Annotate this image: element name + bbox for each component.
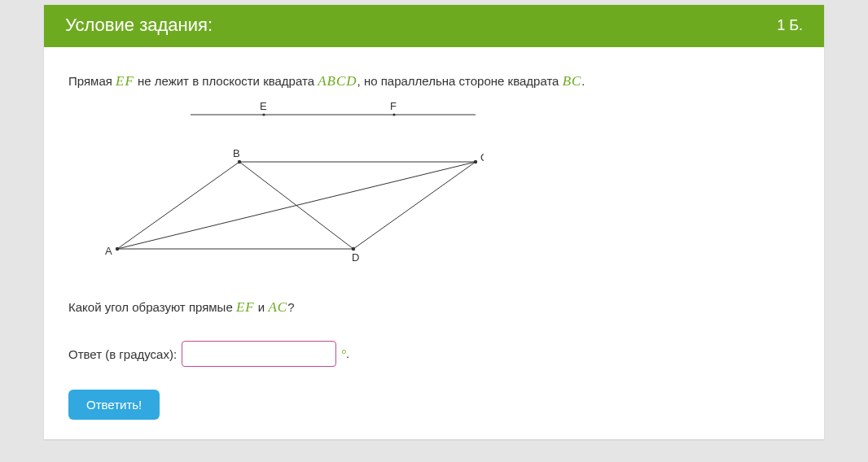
label-d: D — [352, 251, 359, 264]
answer-input[interactable] — [182, 341, 336, 367]
text: Прямая — [68, 74, 116, 88]
label-b: B — [233, 147, 240, 159]
task-score: 1 Б. — [777, 17, 803, 34]
label-c: C — [480, 151, 484, 163]
answer-label: Ответ (в градусах): — [68, 347, 177, 361]
label-a: A — [105, 245, 112, 257]
task-header: Условие задания: 1 Б. — [44, 5, 824, 47]
text: Какой угол образуют прямые — [68, 300, 236, 314]
task-card: Условие задания: 1 Б. Прямая EF не лежит… — [44, 5, 824, 439]
geometry-diagram: E F A B C D — [93, 98, 484, 269]
text: ? — [287, 300, 294, 314]
answer-row: Ответ (в градусах): °. — [68, 341, 800, 367]
figure: E F A B C D — [93, 98, 800, 272]
text: и — [255, 300, 269, 314]
task-title: Условие задания: — [65, 15, 213, 36]
svg-line-7 — [117, 162, 239, 249]
submit-button[interactable]: Ответить! — [68, 390, 160, 420]
period: . — [346, 346, 349, 360]
text: . — [581, 74, 585, 88]
task-content: Прямая EF не лежит в плоскости квадрата … — [44, 47, 824, 439]
label-f: F — [390, 100, 397, 112]
math-bc: BC — [563, 73, 582, 89]
problem-line-1: Прямая EF не лежит в плоскости квадрата … — [68, 70, 800, 92]
svg-point-2 — [392, 114, 395, 116]
math-ef: EF — [116, 73, 134, 89]
math-ac: AC — [268, 299, 287, 315]
svg-line-12 — [239, 162, 353, 249]
svg-line-9 — [353, 162, 476, 249]
label-e: E — [260, 100, 267, 112]
degree-unit: °. — [341, 346, 349, 361]
svg-point-1 — [262, 114, 265, 116]
problem-line-2: Какой угол образуют прямые EF и AC? — [68, 296, 800, 318]
math-ef-2: EF — [236, 299, 255, 315]
text: , но параллельна стороне квадрата — [357, 74, 563, 88]
text: не лежит в плоскости квадрата — [134, 74, 318, 88]
math-abcd: ABCD — [318, 73, 357, 89]
